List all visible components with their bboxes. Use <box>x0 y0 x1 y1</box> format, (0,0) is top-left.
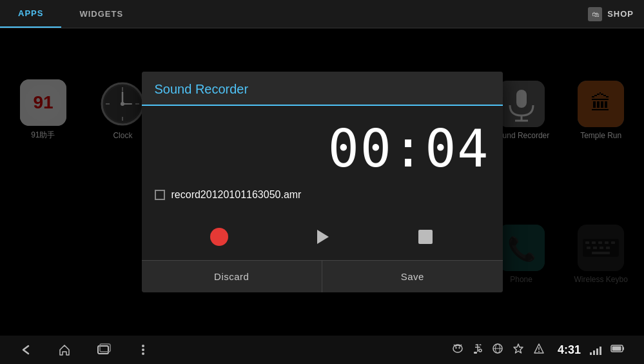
battery-icon <box>610 344 625 356</box>
star-icon <box>512 343 524 357</box>
home-button[interactable] <box>58 343 71 356</box>
dialog-overlay: Sound Recorder 00:04 record2012010116305… <box>0 28 644 336</box>
globe-icon <box>492 343 503 357</box>
recent-apps-button[interactable] <box>97 343 111 356</box>
svg-point-54 <box>142 345 144 347</box>
tab-widgets[interactable]: WIDGETS <box>61 0 141 28</box>
top-bar-right: 🛍 SHOP <box>588 7 644 21</box>
dialog-body: 00:04 record20120101163050.amr <box>142 106 503 260</box>
svg-point-55 <box>142 349 144 351</box>
record-dot-icon <box>210 228 228 246</box>
usb-icon <box>473 343 483 357</box>
recording-file-row: record20120101163050.amr <box>155 189 490 201</box>
shop-button[interactable]: SHOP <box>607 9 634 19</box>
dialog-title-bar: Sound Recorder <box>142 72 503 106</box>
save-button[interactable]: Save <box>322 261 503 292</box>
play-icon <box>317 230 329 244</box>
dialog-title: Sound Recorder <box>155 82 490 97</box>
stop-button[interactable] <box>413 224 438 250</box>
svg-point-56 <box>142 352 144 355</box>
svg-point-65 <box>479 349 482 352</box>
stop-icon <box>418 230 433 244</box>
svg-marker-69 <box>514 344 523 353</box>
android-icon <box>452 343 463 357</box>
nav-left <box>19 343 452 356</box>
menu-button[interactable] <box>137 343 150 356</box>
signal-icon <box>590 345 601 355</box>
bottom-bar: 4:31 <box>0 336 644 364</box>
dialog-controls <box>155 214 490 260</box>
status-time: 4:31 <box>558 343 581 357</box>
record-button[interactable] <box>206 224 232 250</box>
warning-icon <box>533 343 545 357</box>
svg-point-72 <box>538 351 540 352</box>
back-button[interactable] <box>19 343 32 356</box>
file-checkbox[interactable] <box>155 190 165 200</box>
svg-rect-75 <box>612 347 621 351</box>
svg-rect-64 <box>474 352 477 354</box>
timer-display: 00:04 <box>155 119 490 179</box>
svg-point-58 <box>455 347 456 349</box>
play-button[interactable] <box>309 224 335 250</box>
top-bar: APPS WIDGETS 🛍 SHOP <box>0 0 644 28</box>
shop-bag-icon: 🛍 <box>588 7 602 21</box>
file-name: record20120101163050.amr <box>171 189 302 201</box>
svg-rect-74 <box>623 347 624 350</box>
sound-recorder-dialog: Sound Recorder 00:04 record2012010116305… <box>142 72 503 292</box>
nav-right: 4:31 <box>452 343 625 357</box>
tab-apps[interactable]: APPS <box>0 0 61 28</box>
dialog-actions: Discard Save <box>142 260 503 292</box>
svg-point-59 <box>458 347 460 349</box>
discard-button[interactable]: Discard <box>142 261 323 292</box>
